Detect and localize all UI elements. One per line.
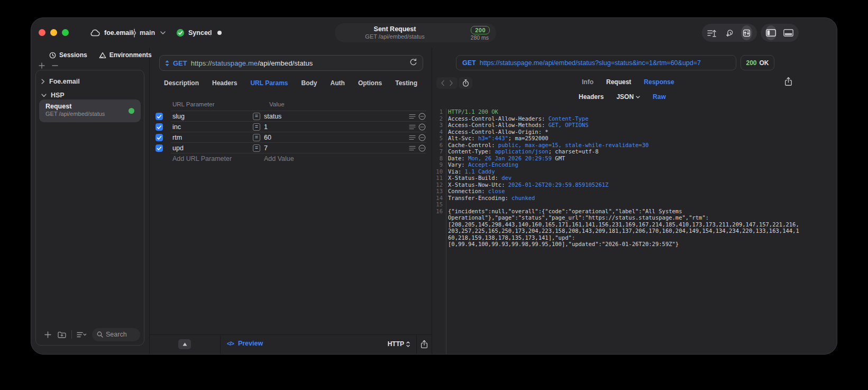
collapse-panel-button[interactable] (178, 339, 191, 349)
add-param-value-field[interactable]: Add Value (264, 155, 294, 162)
tab-testing[interactable]: Testing (395, 79, 417, 87)
column-header-name: URL Parameter (172, 101, 214, 107)
tab-headers[interactable]: Headers (212, 79, 237, 87)
zoom-button[interactable] (62, 29, 69, 36)
equals-icon: = (253, 134, 260, 141)
search-box[interactable] (92, 328, 140, 341)
tree-group-hsp[interactable]: HSP (41, 92, 65, 99)
line-content: HTTP/1.1 200 OK (446, 108, 498, 115)
param-value[interactable]: 7 (264, 144, 268, 152)
sent-method: GET (462, 59, 476, 67)
param-checkbox[interactable] (156, 134, 163, 141)
share-icon (784, 77, 792, 86)
refresh-icon (409, 58, 417, 66)
tab-url-params[interactable]: URL Params (250, 79, 288, 87)
param-name[interactable]: upd (172, 144, 184, 152)
code-line: 14Transfer-Encoding: chunked (433, 195, 837, 202)
param-name[interactable]: rtm (172, 134, 182, 141)
remove-session-icon[interactable] (52, 62, 58, 69)
line-content: X-Status-Build: dev (446, 175, 511, 182)
code-line: 13Connection: close (433, 188, 837, 195)
param-options-icon[interactable] (409, 114, 416, 119)
sent-request-url[interactable]: GET https://statuspage.me/api/embed/stat… (456, 55, 736, 70)
param-checkbox[interactable] (156, 123, 163, 131)
add-session-icon[interactable] (39, 62, 45, 69)
param-options-icon[interactable] (409, 146, 416, 151)
layout-bottom-button[interactable] (783, 25, 794, 40)
pull-icon (725, 29, 734, 37)
tab-info[interactable]: Info (582, 78, 593, 86)
subtab-json-label: JSON (616, 93, 634, 101)
tab-body[interactable]: Body (301, 79, 317, 87)
line-content: Alt-Svc: h3=":443"; ma=2592000 (446, 135, 549, 142)
subtab-raw[interactable]: Raw (653, 93, 666, 101)
param-value[interactable]: status (264, 113, 281, 120)
param-checkbox[interactable] (156, 144, 163, 152)
request-method[interactable]: GET (173, 59, 187, 67)
branch-menu[interactable]: main (132, 28, 166, 38)
remove-param-icon[interactable] (418, 144, 426, 152)
close-button[interactable] (39, 29, 45, 36)
line-number: 7 (433, 148, 446, 155)
tab-environments[interactable]: Environments (99, 51, 152, 59)
sync-status[interactable]: Synced (176, 28, 212, 38)
back-button[interactable] (438, 80, 447, 86)
subtab-headers[interactable]: Headers (579, 93, 604, 101)
tab-auth[interactable]: Auth (331, 79, 345, 87)
sort-filter-icon[interactable] (77, 332, 87, 338)
remove-param-icon[interactable] (418, 123, 426, 131)
share-request-button[interactable] (421, 340, 428, 350)
param-checkbox[interactable] (156, 113, 163, 120)
response-pane: GET https://statuspage.me/api/embed/stat… (433, 48, 837, 354)
tab-options[interactable]: Options (358, 79, 382, 87)
line-content: Access-Control-Allow-Headers: Content-Ty… (446, 115, 589, 122)
search-input[interactable] (106, 331, 135, 338)
request-url-bar[interactable]: GET https://statuspage.me/api/embed/stat… (159, 55, 423, 71)
param-options-icon[interactable] (409, 124, 416, 130)
layout-sidebar-button[interactable] (765, 25, 776, 40)
request-title: Sent Request (341, 25, 449, 33)
param-value[interactable]: 1 (264, 123, 268, 131)
tree-group-foe-email[interactable]: Foe.email (41, 78, 80, 85)
sidebar-item-request[interactable]: Request GET /api/embed/status (39, 99, 141, 122)
tab-description[interactable]: Description (164, 79, 199, 87)
remove-param-icon[interactable] (418, 134, 426, 141)
pull-changes-button[interactable] (724, 25, 735, 40)
method-stepper-icon[interactable] (165, 60, 169, 67)
tab-sessions[interactable]: Sessions (49, 51, 87, 59)
protocol-label: HTTP (388, 340, 404, 348)
project-menu[interactable]: foe.email (89, 28, 133, 38)
sync-requests-button[interactable] (741, 25, 752, 40)
timing-button[interactable] (459, 77, 472, 89)
param-name[interactable]: inc (172, 123, 181, 131)
export-changes-button[interactable] (707, 25, 718, 40)
response-raw-view[interactable]: 1HTTP/1.1 200 OK2Access-Control-Allow-He… (433, 108, 837, 354)
param-value[interactable]: 60 (264, 134, 271, 141)
tree-group-label: HSP (51, 92, 65, 99)
send-request-button[interactable] (409, 58, 417, 68)
subtab-json[interactable]: JSON (616, 93, 640, 101)
add-param-name-field[interactable]: Add URL Parameter (172, 155, 232, 162)
footer-divider (71, 330, 72, 339)
history-nav (436, 77, 458, 89)
response-status-badge: 200 OK (741, 55, 774, 70)
stopwatch-icon (462, 79, 469, 87)
response-nav-row: Info Request Response (433, 77, 837, 90)
forward-button[interactable] (447, 80, 455, 86)
remove-param-icon[interactable] (418, 113, 426, 120)
export-response-button[interactable] (784, 77, 792, 86)
param-name[interactable]: slug (172, 113, 185, 120)
active-request-pill[interactable]: Sent Request GET /api/embed/status 200 2… (335, 23, 496, 42)
preview-button[interactable]: </> Preview (227, 340, 263, 347)
protocol-selector[interactable]: HTTP (388, 340, 410, 348)
minimize-button[interactable] (50, 29, 57, 36)
request-url[interactable]: https://statuspage.me/api/embed/status (191, 59, 406, 67)
status-text: OK (760, 59, 769, 67)
param-options-icon[interactable] (409, 135, 416, 140)
add-request-icon[interactable] (44, 331, 51, 338)
tab-response[interactable]: Response (644, 78, 674, 86)
line-number: 1 (433, 108, 446, 115)
line-content: Transfer-Encoding: chunked (446, 195, 535, 202)
tab-request[interactable]: Request (606, 78, 631, 86)
new-folder-icon[interactable] (58, 331, 66, 338)
